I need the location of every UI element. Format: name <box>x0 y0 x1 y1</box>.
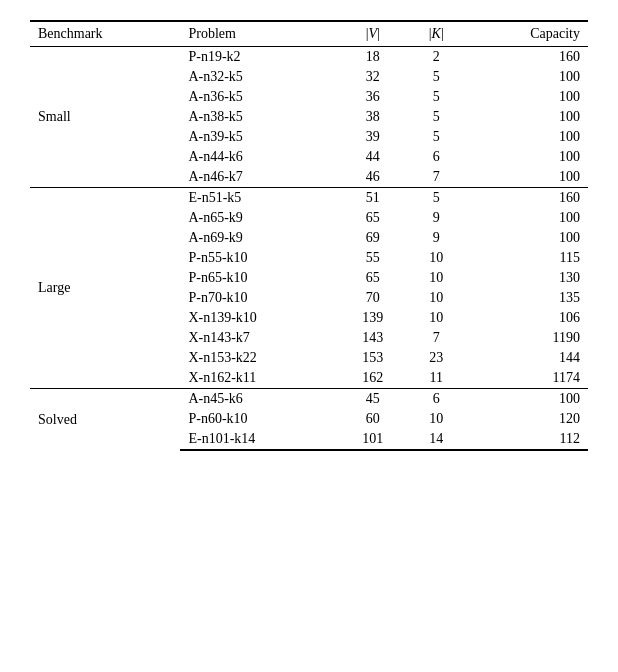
problem-cell: A-n36-k5 <box>180 87 338 107</box>
k-cell: 10 <box>407 248 465 268</box>
v-cell: 55 <box>338 248 407 268</box>
problem-cell: A-n46-k7 <box>180 167 338 188</box>
k-cell: 10 <box>407 308 465 328</box>
problem-cell: E-n101-k14 <box>180 429 338 450</box>
problem-cell: A-n45-k6 <box>180 389 338 410</box>
capacity-cell: 130 <box>465 268 588 288</box>
k-cell: 2 <box>407 47 465 68</box>
header-v: |V| <box>338 21 407 47</box>
problem-cell: A-n69-k9 <box>180 228 338 248</box>
capacity-cell: 100 <box>465 127 588 147</box>
k-cell: 7 <box>407 167 465 188</box>
v-cell: 44 <box>338 147 407 167</box>
capacity-cell: 1190 <box>465 328 588 348</box>
k-cell: 5 <box>407 188 465 209</box>
k-cell: 9 <box>407 228 465 248</box>
benchmark-table: Benchmark Problem |V| |K| Capacity Small… <box>30 20 588 451</box>
capacity-cell: 100 <box>465 389 588 410</box>
problem-cell: P-n60-k10 <box>180 409 338 429</box>
capacity-cell: 115 <box>465 248 588 268</box>
v-cell: 65 <box>338 208 407 228</box>
capacity-cell: 100 <box>465 167 588 188</box>
problem-cell: X-n153-k22 <box>180 348 338 368</box>
v-cell: 39 <box>338 127 407 147</box>
v-cell: 38 <box>338 107 407 127</box>
v-cell: 60 <box>338 409 407 429</box>
v-cell: 46 <box>338 167 407 188</box>
capacity-cell: 144 <box>465 348 588 368</box>
v-cell: 139 <box>338 308 407 328</box>
v-cell: 18 <box>338 47 407 68</box>
k-cell: 10 <box>407 409 465 429</box>
v-cell: 65 <box>338 268 407 288</box>
problem-cell: A-n38-k5 <box>180 107 338 127</box>
capacity-cell: 100 <box>465 107 588 127</box>
problem-cell: E-n51-k5 <box>180 188 338 209</box>
k-cell: 10 <box>407 288 465 308</box>
table-row: SolvedA-n45-k6456100 <box>30 389 588 410</box>
k-cell: 6 <box>407 147 465 167</box>
capacity-cell: 106 <box>465 308 588 328</box>
problem-cell: A-n39-k5 <box>180 127 338 147</box>
v-cell: 69 <box>338 228 407 248</box>
table-row: SmallP-n19-k2182160 <box>30 47 588 68</box>
k-cell: 5 <box>407 87 465 107</box>
header-k: |K| <box>407 21 465 47</box>
k-cell: 5 <box>407 67 465 87</box>
k-cell: 9 <box>407 208 465 228</box>
header-benchmark: Benchmark <box>30 21 180 47</box>
table-header-row: Benchmark Problem |V| |K| Capacity <box>30 21 588 47</box>
problem-cell: A-n65-k9 <box>180 208 338 228</box>
header-problem: Problem <box>180 21 338 47</box>
problem-cell: A-n32-k5 <box>180 67 338 87</box>
capacity-cell: 100 <box>465 87 588 107</box>
v-cell: 153 <box>338 348 407 368</box>
capacity-cell: 100 <box>465 147 588 167</box>
problem-cell: P-n19-k2 <box>180 47 338 68</box>
problem-cell: X-n139-k10 <box>180 308 338 328</box>
problem-cell: P-n70-k10 <box>180 288 338 308</box>
k-cell: 7 <box>407 328 465 348</box>
v-cell: 45 <box>338 389 407 410</box>
v-cell: 32 <box>338 67 407 87</box>
v-cell: 51 <box>338 188 407 209</box>
capacity-cell: 160 <box>465 47 588 68</box>
problem-cell: P-n65-k10 <box>180 268 338 288</box>
capacity-cell: 120 <box>465 409 588 429</box>
problem-cell: P-n55-k10 <box>180 248 338 268</box>
v-cell: 36 <box>338 87 407 107</box>
problem-cell: A-n44-k6 <box>180 147 338 167</box>
k-cell: 11 <box>407 368 465 389</box>
v-cell: 162 <box>338 368 407 389</box>
header-capacity: Capacity <box>465 21 588 47</box>
benchmark-cell: Small <box>30 47 180 188</box>
capacity-cell: 135 <box>465 288 588 308</box>
k-cell: 5 <box>407 127 465 147</box>
k-cell: 23 <box>407 348 465 368</box>
benchmark-cell: Solved <box>30 389 180 451</box>
v-cell: 70 <box>338 288 407 308</box>
v-cell: 101 <box>338 429 407 450</box>
capacity-cell: 160 <box>465 188 588 209</box>
benchmark-cell: Large <box>30 188 180 389</box>
v-cell: 143 <box>338 328 407 348</box>
capacity-cell: 1174 <box>465 368 588 389</box>
k-cell: 14 <box>407 429 465 450</box>
capacity-cell: 100 <box>465 67 588 87</box>
problem-cell: X-n162-k11 <box>180 368 338 389</box>
k-cell: 5 <box>407 107 465 127</box>
capacity-cell: 100 <box>465 208 588 228</box>
problem-cell: X-n143-k7 <box>180 328 338 348</box>
k-cell: 10 <box>407 268 465 288</box>
k-cell: 6 <box>407 389 465 410</box>
table-row: LargeE-n51-k5515160 <box>30 188 588 209</box>
capacity-cell: 112 <box>465 429 588 450</box>
capacity-cell: 100 <box>465 228 588 248</box>
